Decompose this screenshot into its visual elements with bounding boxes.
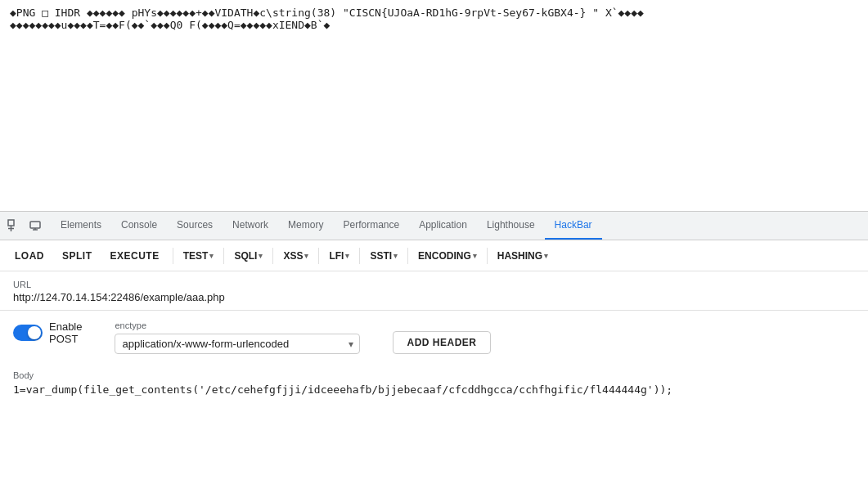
url-label: URL — [13, 280, 855, 289]
tab-memory[interactable]: Memory — [278, 212, 333, 240]
devtools-tabs: Elements Console Sources Network Memory … — [51, 212, 602, 240]
enable-post-container: Enable POST — [13, 320, 82, 345]
url-section: URL http://124.70.14.154:22486/example/a… — [0, 271, 868, 311]
tab-sources[interactable]: Sources — [167, 212, 223, 240]
encoding-arrow-icon: ▾ — [473, 252, 477, 260]
lfi-label: LFI — [329, 250, 344, 262]
hashing-arrow-icon: ▾ — [544, 252, 548, 260]
body-label: Body — [13, 370, 855, 380]
enable-label-top: Enable — [49, 320, 82, 333]
toolbar-separator-7 — [487, 248, 488, 264]
enable-label-bottom: POST — [49, 333, 82, 345]
devtools-bar: Elements Console Sources Network Memory … — [0, 211, 868, 240]
toggle-thumb — [28, 326, 41, 339]
tab-network[interactable]: Network — [223, 212, 278, 240]
lfi-arrow-icon: ▾ — [345, 252, 349, 260]
enable-post-label: Enable POST — [49, 320, 82, 345]
tab-application[interactable]: Application — [409, 212, 477, 240]
sqli-arrow-icon: ▾ — [259, 252, 263, 260]
inspect-icon-btn[interactable] — [5, 217, 23, 235]
main-content-area: ◆PNG □ IHDR ◆◆◆◆◆◆ pHYs◆◆◆◆◆◆+◆◆VIDATH◆c… — [0, 0, 868, 211]
tab-performance[interactable]: Performance — [333, 212, 409, 240]
enctype-select-wrapper: application/x-www-form-urlencoded multip… — [115, 334, 360, 354]
svg-rect-3 — [30, 222, 40, 228]
test-dropdown[interactable]: TEST ▾ — [178, 247, 219, 265]
url-value[interactable]: http://124.70.14.154:22486/example/aaa.p… — [13, 291, 855, 303]
toolbar-separator-5 — [359, 248, 360, 264]
body-value[interactable]: 1=var_dump(file_get_contents('/etc/cehef… — [13, 383, 855, 396]
toolbar-separator-2 — [223, 248, 224, 264]
split-button[interactable]: SPLIT — [54, 247, 101, 265]
xss-label: XSS — [283, 250, 303, 262]
encoding-label: ENCODING — [418, 250, 471, 262]
toolbar-separator-4 — [318, 248, 319, 264]
add-header-button[interactable]: ADD HEADER — [393, 331, 490, 354]
load-button[interactable]: LOAD — [7, 247, 52, 265]
sqli-dropdown[interactable]: SQLI ▾ — [229, 247, 268, 265]
ssti-arrow-icon: ▾ — [394, 252, 398, 260]
device-icon-btn[interactable] — [26, 217, 44, 235]
xss-dropdown[interactable]: XSS ▾ — [278, 247, 313, 265]
encoding-dropdown[interactable]: ENCODING ▾ — [413, 247, 482, 265]
test-label: TEST — [183, 250, 209, 262]
enctype-section: enctype application/x-www-form-urlencode… — [115, 320, 360, 354]
sqli-label: SQLI — [234, 250, 257, 262]
lfi-dropdown[interactable]: LFI ▾ — [324, 247, 354, 265]
binary-content-text: ◆PNG □ IHDR ◆◆◆◆◆◆ pHYs◆◆◆◆◆◆+◆◆VIDATH◆c… — [10, 7, 644, 31]
toolbar-separator-3 — [272, 248, 273, 264]
body-section: Body 1=var_dump(file_get_contents('/etc/… — [0, 364, 868, 406]
ssti-label: SSTI — [370, 250, 392, 262]
tab-hackbar[interactable]: HackBar — [545, 212, 602, 240]
toolbar-separator-1 — [173, 248, 173, 264]
tab-elements[interactable]: Elements — [51, 212, 111, 240]
hackbar-toolbar: LOAD SPLIT EXECUTE TEST ▾ SQLI ▾ XSS ▾ L… — [0, 240, 868, 271]
post-section: Enable POST enctype application/x-www-fo… — [0, 311, 868, 364]
enctype-select[interactable]: application/x-www-form-urlencoded multip… — [115, 334, 360, 354]
toggle-container: Enable POST — [13, 320, 82, 345]
enctype-select-container: application/x-www-form-urlencoded multip… — [115, 334, 360, 354]
execute-button[interactable]: EXECUTE — [102, 247, 168, 265]
xss-arrow-icon: ▾ — [304, 252, 308, 260]
device-icon — [29, 219, 42, 232]
svg-rect-0 — [8, 220, 14, 226]
devtools-icon-group — [5, 217, 44, 235]
enable-post-toggle[interactable] — [13, 325, 43, 341]
inspect-icon — [7, 219, 20, 232]
toolbar-separator-6 — [407, 248, 408, 264]
hashing-label: HASHING — [497, 250, 542, 262]
ssti-dropdown[interactable]: SSTI ▾ — [365, 247, 403, 265]
tab-console[interactable]: Console — [111, 212, 167, 240]
tab-lighthouse[interactable]: Lighthouse — [477, 212, 545, 240]
test-arrow-icon: ▾ — [209, 252, 214, 260]
hashing-dropdown[interactable]: HASHING ▾ — [492, 247, 553, 265]
enctype-label: enctype — [115, 320, 360, 330]
